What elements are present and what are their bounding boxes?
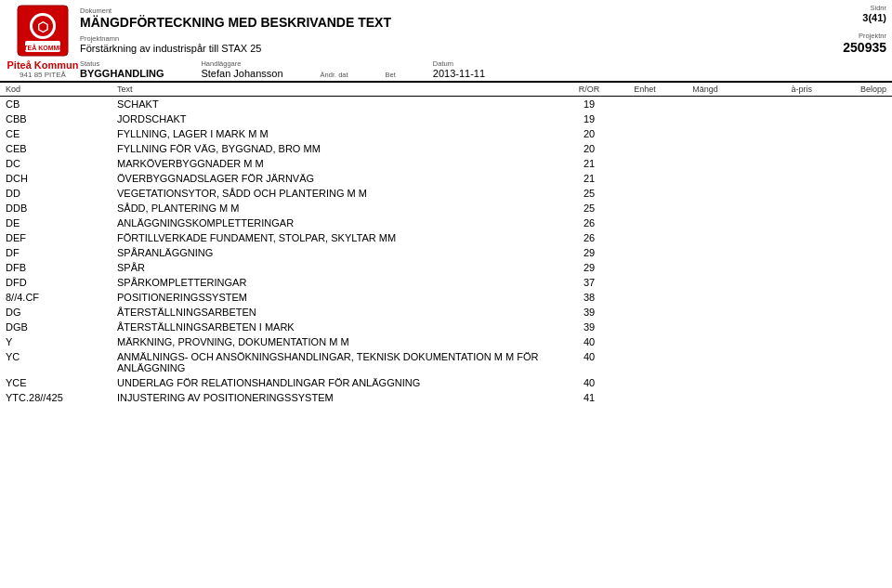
handlaggare-value: Stefan Johansson — [201, 68, 282, 79]
row-kod: DFD — [6, 277, 117, 288]
row-kod: CBB — [6, 113, 117, 124]
row-num: 40 — [561, 351, 617, 362]
row-num: 29 — [561, 247, 617, 258]
row-kod: CB — [6, 98, 117, 110]
row-text: SPÅR — [117, 262, 561, 273]
row-text: ÖVERBYGGNADSLAGER FÖR JÄRNVÄG — [117, 173, 561, 184]
table-row: CEB FYLLNING FÖR VÄG, BYGGNAD, BRO MM 20 — [6, 141, 886, 156]
row-num: 25 — [561, 188, 617, 199]
row-num: 21 — [561, 158, 617, 169]
row-num: 25 — [561, 203, 617, 214]
logo-icon: ⬡ PITEÅ KOMMUN — [16, 4, 70, 58]
header-row-3: Status BYGGHANDLING Handläggare Stefan J… — [80, 57, 886, 79]
column-headers: Kod Text R/OR Enhet Mängd à-pris Belopp — [0, 82, 892, 97]
status-label: Status — [80, 59, 99, 68]
row-text: INJUSTERING AV POSITIONERINGSSYSTEM — [117, 392, 561, 403]
dokument-label-field: Dokument MÄNGDFÖRTECKNING MED BESKRIVAND… — [80, 4, 391, 30]
row-kod: YCE — [6, 377, 117, 388]
row-kod: DGB — [6, 321, 117, 333]
sidnr-field: Sidnr 3(41) — [862, 4, 886, 30]
table-row: YCE UNDERLAG FÖR RELATIONSHANDLINGAR FÖR… — [6, 375, 886, 390]
dokument-label: Dokument — [80, 7, 112, 15]
projektnamn-field: Projektnamn Förstärkning av industrispår… — [80, 32, 261, 55]
row-kod: YTC.28//425 — [6, 392, 117, 403]
col-header-ror: R/OR — [561, 85, 617, 94]
col-header-belopp: Belopp — [812, 85, 886, 94]
table-row: DG ÅTERSTÄLLNINGSARBETEN 39 — [6, 305, 886, 320]
row-text: SPÅRKOMPLETTERINGAR — [117, 277, 561, 288]
page: ⬡ PITEÅ KOMMUN Piteå Kommun 941 85 PITEÅ… — [0, 0, 892, 588]
table-row: DD VEGETATIONSYTOR, SÅDD OCH PLANTERING … — [6, 186, 886, 201]
svg-text:PITEÅ KOMMUN: PITEÅ KOMMUN — [18, 44, 69, 51]
table-row: DFB SPÅR 29 — [6, 260, 886, 275]
row-text: MARKÖVERBYGGNADER M M — [117, 158, 561, 169]
row-num: 40 — [561, 336, 617, 347]
row-text: FÖRTILLVERKADE FUNDAMENT, STOLPAR, SKYLT… — [117, 232, 561, 243]
row-kod: DEF — [6, 232, 117, 243]
row-num: 26 — [561, 217, 617, 229]
row-num: 20 — [561, 128, 617, 139]
row-num: 39 — [561, 321, 617, 333]
row-num: 21 — [561, 173, 617, 184]
projektnr-field: Projektnr 250935 — [843, 32, 886, 55]
table-row: DDB SÅDD, PLANTERING M M 25 — [6, 201, 886, 216]
row-num: 29 — [561, 262, 617, 273]
row-text: SPÅRANLÄGGNING — [117, 247, 561, 258]
col-header-enhet: Enhet — [617, 85, 673, 94]
table-row: CE FYLLNING, LAGER I MARK M M 20 — [6, 126, 886, 141]
row-kod: DFB — [6, 262, 117, 273]
row-text: UNDERLAG FÖR RELATIONSHANDLINGAR FÖR ANL… — [117, 377, 561, 388]
row-text: SCHAKT — [117, 98, 561, 110]
table-row: Y MÄRKNING, PROVNING, DOKUMENTATION M M … — [6, 334, 886, 349]
bet-field: Bet — [386, 68, 396, 79]
row-kod: CEB — [6, 143, 117, 154]
header-content: Dokument MÄNGDFÖRTECKNING MED BESKRIVAND… — [80, 4, 886, 79]
svg-text:⬡: ⬡ — [37, 20, 48, 34]
table-row: DC MARKÖVERBYGGNADER M M 21 — [6, 156, 886, 171]
sidnr-value: 3(41) — [862, 12, 886, 23]
handlaggare-label: Handläggare — [201, 59, 241, 68]
row-text: FYLLNING, LAGER I MARK M M — [117, 128, 561, 139]
row-kod: DG — [6, 307, 117, 318]
row-text: ÅTERSTÄLLNINGSARBETEN I MARK — [117, 321, 561, 333]
row-num: 19 — [561, 98, 617, 110]
col-header-mangd: Mängd — [673, 85, 738, 94]
row-num: 26 — [561, 232, 617, 243]
row-text: ANLÄGGNINGSKOMPLETTERINGAR — [117, 217, 561, 229]
col-header-text: Text — [117, 85, 561, 94]
projektnr-label: Projektnr — [859, 32, 886, 40]
row-text: MÄRKNING, PROVNING, DOKUMENTATION M M — [117, 336, 561, 347]
logo-block: ⬡ PITEÅ KOMMUN Piteå Kommun 941 85 PITEÅ — [6, 4, 80, 79]
row-num: 41 — [561, 392, 617, 403]
header: ⬡ PITEÅ KOMMUN Piteå Kommun 941 85 PITEÅ… — [0, 0, 892, 82]
row-num: 39 — [561, 307, 617, 318]
row-text: POSITIONERINGSSYSTEM — [117, 292, 561, 303]
andr-dat-field: Ändr. dat — [321, 68, 348, 79]
status-value: BYGGHANDLING — [80, 68, 164, 79]
logo-name: Piteå Kommun — [7, 59, 78, 71]
table-row: 8//4.CF POSITIONERINGSSYSTEM 38 — [6, 290, 886, 305]
header-row-1: Dokument MÄNGDFÖRTECKNING MED BESKRIVAND… — [80, 4, 886, 30]
table-row: DF SPÅRANLÄGGNING 29 — [6, 245, 886, 260]
row-text: ÅTERSTÄLLNINGSARBETEN — [117, 307, 561, 318]
bet-label: Bet — [386, 71, 396, 79]
row-num: 40 — [561, 377, 617, 388]
row-text: SÅDD, PLANTERING M M — [117, 203, 561, 214]
datum-label: Datum — [433, 59, 453, 68]
table-row: YC ANMÄLNINGS- OCH ANSÖKNINGSHANDLINGAR,… — [6, 349, 886, 375]
projektnr-value: 250935 — [843, 40, 886, 55]
row-kod: YC — [6, 351, 117, 362]
row-num: 38 — [561, 292, 617, 303]
row-num: 19 — [561, 113, 617, 124]
row-kod: 8//4.CF — [6, 292, 117, 303]
row-kod: DCH — [6, 173, 117, 184]
row-kod: DDB — [6, 203, 117, 214]
table-row: DEF FÖRTILLVERKADE FUNDAMENT, STOLPAR, S… — [6, 230, 886, 245]
table-row: DGB ÅTERSTÄLLNINGSARBETEN I MARK 39 — [6, 320, 886, 334]
table-row: DFD SPÅRKOMPLETTERINGAR 37 — [6, 275, 886, 290]
projektnamn-label: Projektnamn — [80, 34, 119, 43]
row-num: 20 — [561, 143, 617, 154]
col-header-kod: Kod — [6, 85, 117, 94]
table-row: CB SCHAKT 19 — [6, 97, 886, 111]
row-text: FYLLNING FÖR VÄG, BYGGNAD, BRO MM — [117, 143, 561, 154]
